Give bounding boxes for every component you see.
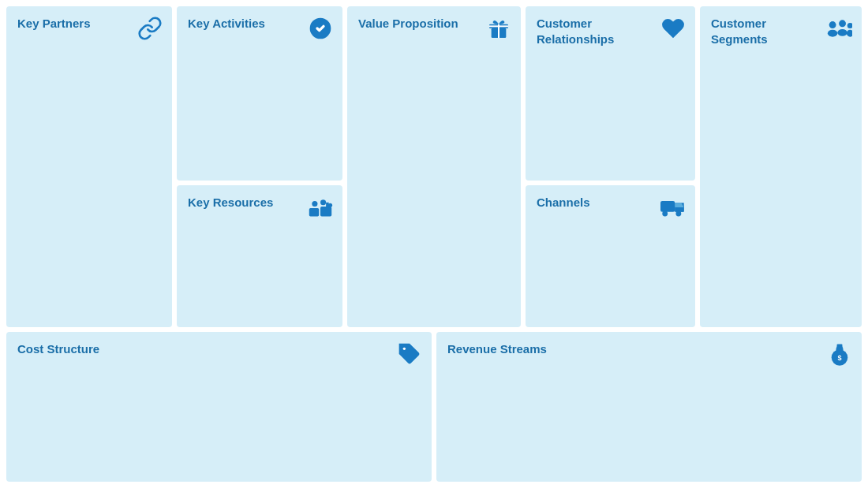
- svg-rect-6: [326, 203, 329, 208]
- customer-relationships-title: Customer Relationships: [537, 16, 647, 47]
- svg-rect-11: [660, 201, 675, 212]
- key-partners-cell[interactable]: Key Partners: [6, 6, 172, 327]
- revenue-streams-title: Revenue Streams: [447, 341, 750, 357]
- value-proposition-title: Value Proposition: [358, 16, 472, 32]
- key-resources-title: Key Resources: [188, 195, 296, 210]
- svg-point-16: [829, 21, 836, 28]
- check-icon: [308, 16, 333, 47]
- svg-point-18: [839, 20, 846, 27]
- customer-segments-cell[interactable]: Customer Segments: [700, 6, 862, 327]
- svg-rect-5: [320, 207, 331, 216]
- svg-point-20: [847, 23, 852, 28]
- customer-segments-title: Customer Segments: [711, 16, 816, 47]
- moneybag-icon: $: [827, 341, 852, 372]
- people-icon: [827, 16, 852, 47]
- svg-point-17: [828, 30, 837, 37]
- factory-icon: [308, 195, 333, 225]
- svg-point-15: [675, 210, 681, 216]
- svg-point-2: [320, 199, 326, 205]
- svg-rect-4: [309, 208, 319, 217]
- key-partners-title: Key Partners: [17, 16, 125, 32]
- channels-title: Channels: [537, 195, 647, 210]
- cost-structure-title: Cost Structure: [17, 341, 320, 357]
- business-model-canvas: Key Partners Key Activities: [0, 0, 868, 488]
- relationships-channels-column: Customer Relationships Channels: [526, 6, 695, 327]
- key-activities-title: Key Activities: [188, 16, 296, 32]
- svg-point-21: [847, 30, 852, 37]
- value-proposition-cell[interactable]: Value Proposition: [347, 6, 521, 327]
- key-activities-cell[interactable]: Key Activities: [177, 6, 342, 181]
- cost-structure-cell[interactable]: Cost Structure: [6, 332, 432, 482]
- svg-rect-24: [837, 344, 843, 348]
- key-resources-cell[interactable]: Key Resources: [177, 185, 342, 327]
- top-section: Key Partners Key Activities: [6, 6, 862, 327]
- gift-icon: [486, 16, 511, 47]
- svg-point-19: [837, 29, 847, 36]
- truck-icon: [660, 195, 686, 225]
- svg-text:$: $: [837, 354, 841, 362]
- tag-icon: [397, 341, 422, 372]
- link-icon: [137, 16, 163, 47]
- activities-resources-column: Key Activities Key Resources: [177, 6, 342, 327]
- channels-cell[interactable]: Channels: [526, 185, 695, 327]
- svg-point-14: [662, 210, 668, 216]
- heart-icon: [660, 16, 686, 47]
- revenue-streams-cell[interactable]: Revenue Streams $: [436, 332, 862, 482]
- svg-point-1: [312, 201, 317, 207]
- customer-relationships-cell[interactable]: Customer Relationships: [526, 6, 695, 181]
- bottom-section: Cost Structure Revenue Streams $: [6, 332, 862, 482]
